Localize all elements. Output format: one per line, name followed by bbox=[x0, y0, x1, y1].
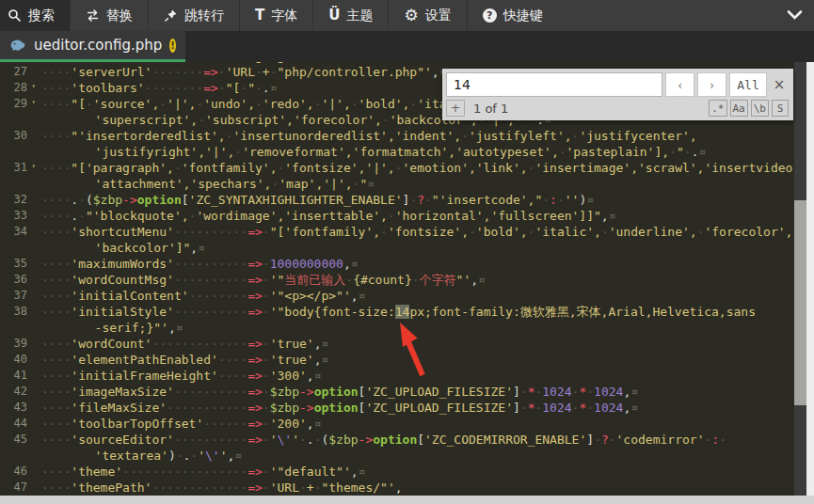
whitespace-dot: · bbox=[211, 257, 218, 271]
whitespace-dot: · bbox=[601, 225, 609, 239]
line-number: 42 bbox=[0, 384, 36, 400]
find-previous-button[interactable]: ‹ bbox=[665, 72, 694, 97]
fold-toggle-icon[interactable]: ▾ bbox=[31, 99, 36, 106]
whitespace-dot: · bbox=[226, 289, 233, 303]
line-number: 37 bbox=[0, 288, 36, 304]
theme-icon: Ü bbox=[328, 8, 340, 23]
line-number: 46 bbox=[0, 464, 36, 480]
browser-scrollbar[interactable] bbox=[806, 59, 814, 504]
code-line-text: ····'initialContent'········=>·'"<p></p>… bbox=[36, 288, 365, 304]
toolbar-button-settings[interactable]: ⚙ 设置 bbox=[389, 0, 467, 31]
whitespace-dot: · bbox=[203, 257, 211, 271]
line-number: 38 bbox=[0, 304, 36, 320]
whitespace-dot: · bbox=[159, 465, 167, 479]
code-line-text: ····.·"'blockquote',·'wordimage','insert… bbox=[36, 208, 616, 224]
toolbar-button-shortcuts[interactable]: ? 快捷键 bbox=[468, 0, 558, 31]
whitespace-dot: · bbox=[41, 273, 49, 287]
code-line: 31▾····"['paragraph',·'fontfamily',·'fon… bbox=[0, 160, 795, 176]
scrollbar-thumb[interactable] bbox=[794, 200, 806, 405]
whitespace-dot: · bbox=[49, 337, 56, 351]
regex-toggle[interactable]: .* bbox=[709, 100, 726, 117]
toolbar-button-font[interactable]: T 字体 bbox=[240, 0, 313, 31]
whitespace-dot: · bbox=[226, 273, 233, 287]
whitespace-dot: · bbox=[263, 417, 270, 431]
whitespace-dot: · bbox=[226, 480, 233, 495]
whitespace-dot: · bbox=[461, 129, 469, 143]
whitespace-dot: · bbox=[159, 65, 167, 79]
code-line: 38····'initialStyle'··········=>·'"body{… bbox=[0, 304, 795, 320]
whitespace-dot: · bbox=[255, 65, 263, 79]
line-number bbox=[0, 176, 36, 192]
toolbar-button-replace[interactable]: 替换 bbox=[71, 0, 149, 31]
line-number: 36 bbox=[0, 272, 36, 288]
whitespace-dot: · bbox=[41, 161, 49, 175]
expand-search-button[interactable]: + bbox=[446, 100, 465, 117]
gear-icon: ⚙ bbox=[404, 8, 418, 24]
search-icon bbox=[8, 8, 22, 23]
whitespace-dot: · bbox=[218, 289, 226, 303]
whitespace-dot: · bbox=[203, 385, 211, 399]
whitespace-dot: · bbox=[174, 337, 182, 351]
tab-ueditor-config[interactable]: ueditor.config.php ! bbox=[0, 31, 185, 62]
top-toolbar: 搜索 替换 跳转行 T 字体 Ü bbox=[0, 0, 814, 31]
whitespace-dot: · bbox=[41, 97, 49, 111]
whitespace-dot: · bbox=[226, 353, 233, 367]
find-all-button[interactable]: All bbox=[729, 72, 767, 97]
line-number bbox=[0, 144, 36, 160]
whitespace-dot: · bbox=[159, 480, 167, 495]
search-input[interactable] bbox=[446, 72, 662, 97]
whitespace-dot: · bbox=[520, 401, 528, 415]
whitespace-dot: · bbox=[218, 81, 226, 95]
whitespace-dot: · bbox=[263, 401, 270, 415]
whitespace-dot: · bbox=[559, 145, 567, 159]
whitespace-dot: · bbox=[255, 81, 263, 95]
horizontal-scrollbar[interactable] bbox=[0, 496, 814, 504]
editor-vertical-scrollbar[interactable] bbox=[794, 62, 806, 496]
collapse-toolbar-button[interactable] bbox=[787, 0, 803, 31]
whitespace-dot: · bbox=[203, 401, 211, 415]
whitespace-dot: · bbox=[176, 449, 184, 463]
whitespace-dot: · bbox=[684, 145, 692, 159]
toolbar-button-goto-line[interactable]: 跳转行 bbox=[149, 0, 240, 31]
toolbar-button-search[interactable]: 搜索 bbox=[0, 0, 71, 31]
code-line-text: 'textarea')·.·'\'',¤ bbox=[36, 448, 242, 464]
toolbar-label: 替换 bbox=[106, 8, 133, 24]
fold-toggle-icon[interactable]: ▾ bbox=[31, 83, 36, 90]
code-line-text: ····'maximumWords'··········=>·100000000… bbox=[36, 256, 359, 272]
whitespace-dot: · bbox=[122, 465, 130, 479]
whitespace-dot: · bbox=[49, 273, 56, 287]
whitespace-dot: · bbox=[226, 401, 233, 415]
whitespace-dot: · bbox=[211, 417, 218, 431]
fold-toggle-icon[interactable]: ▾ bbox=[31, 163, 36, 170]
whitespace-dot: · bbox=[719, 433, 726, 447]
whitespace-dot: · bbox=[78, 209, 86, 223]
code-line: 42····'imageMaxSize'··········=>·$zbp->o… bbox=[0, 384, 795, 400]
line-number: 44 bbox=[0, 416, 36, 432]
line-number: 28▾ bbox=[0, 80, 36, 96]
whitespace-dot: · bbox=[41, 81, 49, 95]
chevron-down-icon bbox=[787, 7, 803, 24]
whole-word-toggle[interactable]: \b bbox=[751, 100, 769, 117]
toolbar-button-theme[interactable]: Ü 主题 bbox=[313, 0, 389, 31]
code-line-text: ····'theme'·················=>·'"default… bbox=[36, 464, 365, 480]
whitespace-dot: · bbox=[226, 417, 233, 431]
whitespace-dot: · bbox=[203, 433, 211, 447]
find-next-button[interactable]: › bbox=[697, 72, 726, 97]
whitespace-dot: · bbox=[49, 385, 56, 399]
line-number: 41 bbox=[0, 368, 36, 384]
whitespace-dot: · bbox=[263, 465, 270, 479]
whitespace-dot: · bbox=[240, 225, 247, 239]
whitespace-dot: · bbox=[211, 401, 218, 415]
whitespace-dot: · bbox=[49, 305, 56, 319]
whitespace-dot: · bbox=[424, 193, 432, 207]
whitespace-dot: · bbox=[218, 465, 226, 479]
whitespace-dot: · bbox=[255, 97, 263, 111]
selection-toggle[interactable]: S bbox=[772, 100, 789, 117]
whitespace-dot: · bbox=[49, 353, 56, 367]
close-search-button[interactable]: × bbox=[770, 73, 789, 96]
whitespace-dot: · bbox=[174, 433, 182, 447]
whitespace-dot: · bbox=[669, 145, 677, 159]
whitespace-dot: · bbox=[211, 480, 218, 495]
case-sensitive-toggle[interactable]: Aa bbox=[730, 100, 748, 117]
whitespace-dot: · bbox=[41, 257, 49, 271]
